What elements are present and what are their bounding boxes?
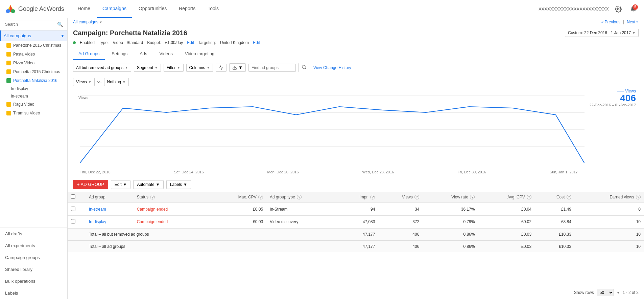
tab-settings[interactable]: Settings [106, 48, 133, 60]
ad-groups-table: Ad group Status ? Max. CPV ? Ad group ty… [68, 192, 644, 252]
th-ad-group: Ad group [86, 192, 134, 203]
all-but-removed-label: All but removed ad groups [76, 65, 123, 70]
download-icon [232, 65, 237, 70]
views-label: Views [76, 80, 87, 84]
campaign-type-icon [6, 78, 11, 83]
nav-reports[interactable]: Reports [173, 0, 201, 18]
sidebar-item-porchetta2016[interactable]: Porchetta Natalizia 2016 [0, 76, 67, 85]
tab-videos[interactable]: Videos [154, 48, 178, 60]
table-body: In-stream Campaign ended £0.05 In-Stream… [68, 203, 644, 228]
sidebar-item-labels[interactable]: Labels [0, 287, 67, 299]
sidebar-item-campaign-groups[interactable]: Campaign groups [0, 252, 67, 263]
filters-row: All but removed ad groups ▼ Segment ▼ Fi… [68, 60, 644, 75]
td-dot-2 [79, 216, 86, 229]
th-ad-group-type-label: Ad group type [270, 195, 295, 199]
rows-per-page-select[interactable]: 50 100 250 [597, 289, 614, 296]
th-earned-views: Earned views ? [575, 192, 644, 203]
edit-label: Edit [115, 182, 122, 187]
campaign-status: Enabled [80, 40, 95, 45]
tab-ad-groups[interactable]: Ad Groups [73, 48, 105, 60]
breadcrumb-bar: All campaigns > « Previous | Next » [68, 18, 644, 26]
find-ad-groups-input[interactable] [248, 64, 296, 72]
budget-edit[interactable]: Edit [187, 40, 194, 45]
sidebar-search-row: 🔍 « [0, 18, 67, 30]
all-but-removed-btn[interactable]: All but removed ad groups ▼ [73, 64, 131, 72]
gear-icon [615, 6, 622, 13]
row-checkbox-2[interactable] [71, 219, 75, 223]
ad-group-link-1[interactable]: In-stream [89, 207, 106, 212]
sidebar-item-all-campaigns[interactable]: All campaigns ▼ [0, 30, 67, 41]
segment-btn[interactable]: Segment ▼ [134, 64, 161, 72]
svg-point-4 [618, 8, 619, 10]
views-help-icon: ? [414, 195, 419, 199]
search-input[interactable] [5, 22, 56, 27]
find-search-btn[interactable] [299, 63, 309, 72]
td-dot-1 [79, 203, 86, 216]
sidebar-item-pasta[interactable]: Pasta Video [0, 50, 67, 59]
td-total-earnedviews-2: 10 [575, 240, 644, 252]
td-cost-1: £1.49 [535, 203, 575, 216]
sidebar-item-all-drafts[interactable]: All drafts [0, 228, 67, 240]
ad-group-link-2[interactable]: In-display [89, 219, 106, 224]
row-checkbox-1[interactable] [71, 207, 75, 211]
breadcrumb-next[interactable]: Next » [627, 20, 639, 24]
sidebar-collapse-btn[interactable]: « [65, 20, 68, 28]
adgrouptype-help-icon: ? [297, 195, 302, 199]
automate-btn[interactable]: Automate ▼ [133, 180, 163, 189]
breadcrumb-prev[interactable]: « Previous [601, 20, 620, 24]
edit-btn[interactable]: Edit ▼ [111, 180, 131, 189]
tab-ads[interactable]: Ads [134, 48, 152, 60]
sidebar-item-pizza[interactable]: Pizza Video [0, 59, 67, 67]
th-ad-group-label: Ad group [89, 195, 105, 199]
labels-label: Labels [170, 182, 182, 187]
nothing-btn[interactable]: Nothing ▼ [104, 78, 129, 86]
th-max-cpv: Max. CPV ? [208, 192, 266, 203]
add-group-btn[interactable]: + AD GROUP [73, 180, 108, 189]
campaign-type-icon [6, 102, 11, 107]
campaign-type-icon [6, 61, 11, 65]
sidebar-item-shared-library[interactable]: Shared library [0, 263, 67, 275]
date-range-picker[interactable]: Custom: 22 Dec 2016 - 1 Jan 2017 ▼ [565, 29, 639, 37]
all-campaigns-label: All campaigns [4, 33, 31, 38]
columns-btn[interactable]: Columns ▼ [186, 64, 213, 72]
chart-x-labels: Thu, Dec 22, 2016 Sat, Dec 24, 2016 Mon,… [80, 170, 578, 174]
sidebar-item-all-experiments[interactable]: All experiments [0, 240, 67, 252]
view-change-history-link[interactable]: View Change History [313, 65, 351, 70]
filter-btn[interactable]: Filter ▼ [164, 64, 184, 72]
select-all-checkbox[interactable] [71, 194, 75, 199]
td-total-all: Total – all ad groups [86, 240, 208, 252]
status-help-icon: ? [150, 195, 155, 199]
date-range-chevron: ▼ [632, 31, 636, 35]
notifications-icon-btn[interactable]: 5 [628, 4, 639, 15]
campaign-targeting: United Kingdom [220, 40, 249, 45]
tab-video-targeting[interactable]: Video targeting [180, 48, 220, 60]
settings-icon-btn[interactable] [613, 4, 624, 15]
views-btn[interactable]: Views ▼ [73, 78, 95, 86]
sidebar-item-ragu[interactable]: Ragu Video [0, 100, 67, 109]
sidebar-item-bulk-operations[interactable]: Bulk operations [0, 275, 67, 287]
nav-home[interactable]: Home [72, 0, 96, 18]
account-name[interactable]: XXXXXXXXXXXXXXXXXXXXXXXX [539, 6, 609, 12]
td-status-2: Campaign ended [134, 216, 208, 229]
nav-tools[interactable]: Tools [202, 0, 224, 18]
nav-opportunities[interactable]: Opportunities [133, 0, 172, 18]
targeting-edit[interactable]: Edit [253, 40, 260, 45]
nav-campaigns[interactable]: Campaigns [97, 0, 132, 18]
download-btn[interactable]: ▼ [229, 63, 246, 72]
labels-btn[interactable]: Labels ▼ [166, 180, 191, 189]
add-group-label: + AD GROUP [77, 182, 104, 187]
sidebar-item-porchetta2015[interactable]: Porchetta 2015 Christmas [0, 67, 67, 76]
sidebar-item-tiramisu[interactable]: Tiramisu Video [0, 109, 67, 118]
sidebar-sub-item-in-stream[interactable]: In-stream [0, 92, 67, 100]
table-container: Ad group Status ? Max. CPV ? Ad group ty… [68, 192, 644, 286]
sidebar-sub-item-in-display[interactable]: In-display [0, 85, 67, 92]
td-total-cost-1: £10.33 [535, 228, 575, 240]
breadcrumb-all-campaigns[interactable]: All campaigns [73, 20, 98, 24]
svg-point-3 [6, 9, 10, 13]
campaign-title: Campaign: Porchetta Natalizia 2016 [73, 29, 187, 37]
th-cost-label: Cost [556, 195, 565, 199]
sidebar: 🔍 « All campaigns ▼ Panettone 2015 Chris… [0, 18, 68, 299]
td-total-avgcpv-1: £0.03 [478, 228, 535, 240]
sidebar-item-panettone[interactable]: Panettone 2015 Christmas [0, 41, 67, 50]
chart-toggle-btn[interactable] [216, 64, 226, 72]
